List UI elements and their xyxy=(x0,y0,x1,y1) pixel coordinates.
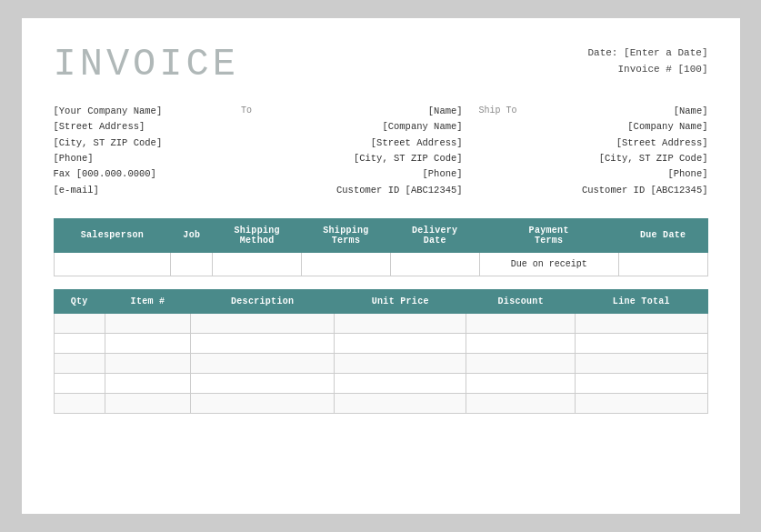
td-item-4[interactable] xyxy=(105,393,190,413)
ship-company: [Company Name] xyxy=(520,119,707,135)
from-street: [Street Address] xyxy=(54,119,241,135)
to-company: [Company Name] xyxy=(275,119,462,135)
td-shipping-method[interactable] xyxy=(213,252,302,276)
td-desc-1[interactable] xyxy=(191,333,335,353)
td-desc-0[interactable] xyxy=(191,313,335,333)
table-row xyxy=(54,313,707,333)
td-line_total-0[interactable] xyxy=(576,313,707,333)
th-line-total: Line Total xyxy=(576,289,707,313)
td-due-date[interactable] xyxy=(618,252,707,276)
td-desc-2[interactable] xyxy=(191,353,335,373)
from-phone: [Phone] xyxy=(54,151,241,166)
th-qty: Qty xyxy=(54,289,105,313)
td-unit_price-0[interactable] xyxy=(335,313,466,333)
to-phone: [Phone] xyxy=(275,166,462,182)
td-discount-2[interactable] xyxy=(466,353,576,373)
to-customer-id: Customer ID [ABC12345] xyxy=(275,183,462,198)
from-email: [e-mail] xyxy=(54,183,241,198)
td-desc-3[interactable] xyxy=(191,373,335,393)
th-shipping-method: ShippingMethod xyxy=(213,218,302,252)
th-shipping-terms: ShippingTerms xyxy=(302,218,391,252)
td-item-0[interactable] xyxy=(105,313,190,333)
to-name: [Name] xyxy=(275,104,462,119)
invoice-title: INVOICE xyxy=(54,45,239,84)
th-payment-terms: PaymentTerms xyxy=(479,218,618,252)
to-label: To xyxy=(241,104,252,119)
header: INVOICE Date: [Enter a Date] Invoice # [… xyxy=(54,45,708,84)
td-unit_price-4[interactable] xyxy=(335,393,466,413)
td-delivery-date[interactable] xyxy=(390,252,479,276)
th-delivery-date: DeliveryDate xyxy=(390,218,479,252)
td-discount-3[interactable] xyxy=(466,373,576,393)
from-city: [City, ST ZIP Code] xyxy=(54,136,241,151)
td-payment-terms[interactable]: Due on receipt xyxy=(479,252,618,276)
th-description: Description xyxy=(191,289,335,313)
table-row xyxy=(54,393,707,413)
items-table-section: Qty Item # Description Unit Price Discou… xyxy=(54,289,708,414)
th-job: Job xyxy=(171,218,213,252)
to-address: [Name] [Company Name] [Street Address] [… xyxy=(275,104,462,198)
invoice-page: INVOICE Date: [Enter a Date] Invoice # [… xyxy=(22,18,740,514)
th-salesperson: Salesperson xyxy=(54,218,171,252)
ship-city: [City, ST ZIP Code] xyxy=(520,151,707,166)
order-table-section: Salesperson Job ShippingMethod ShippingT… xyxy=(54,218,708,276)
ship-phone: [Phone] xyxy=(520,166,707,182)
table-row xyxy=(54,373,707,393)
th-discount: Discount xyxy=(466,289,576,313)
td-line_total-3[interactable] xyxy=(576,373,707,393)
td-discount-4[interactable] xyxy=(466,393,576,413)
to-city: [City, ST ZIP Code] xyxy=(275,151,462,166)
items-table: Qty Item # Description Unit Price Discou… xyxy=(54,289,708,414)
date-label: Date: [Enter a Date] xyxy=(587,45,707,62)
td-qty-3[interactable] xyxy=(54,373,105,393)
td-unit_price-2[interactable] xyxy=(335,353,466,373)
ship-address: [Name] [Company Name] [Street Address] [… xyxy=(520,104,707,198)
to-street: [Street Address] xyxy=(275,136,462,151)
td-discount-1[interactable] xyxy=(466,333,576,353)
td-qty-0[interactable] xyxy=(54,313,105,333)
table-row xyxy=(54,353,707,373)
td-discount-0[interactable] xyxy=(466,313,576,333)
td-item-1[interactable] xyxy=(105,333,190,353)
order-table: Salesperson Job ShippingMethod ShippingT… xyxy=(54,218,708,276)
td-qty-2[interactable] xyxy=(54,353,105,373)
address-section: [Your Company Name] [Street Address] [Ci… xyxy=(54,104,708,198)
td-item-2[interactable] xyxy=(105,353,190,373)
td-shipping-terms[interactable] xyxy=(302,252,391,276)
th-due-date: Due Date xyxy=(618,218,707,252)
td-unit_price-3[interactable] xyxy=(335,373,466,393)
td-item-3[interactable] xyxy=(105,373,190,393)
invoice-num: Invoice # [100] xyxy=(587,62,707,78)
table-row xyxy=(54,333,707,353)
td-unit_price-1[interactable] xyxy=(335,333,466,353)
ship-street: [Street Address] xyxy=(520,136,707,151)
td-line_total-4[interactable] xyxy=(576,393,707,413)
td-job[interactable] xyxy=(171,252,213,276)
ship-label: Ship To xyxy=(479,104,517,119)
th-unit-price: Unit Price xyxy=(335,289,466,313)
from-address: [Your Company Name] [Street Address] [Ci… xyxy=(54,104,241,198)
ship-name: [Name] xyxy=(520,104,707,119)
th-item: Item # xyxy=(105,289,190,313)
td-line_total-2[interactable] xyxy=(576,353,707,373)
td-qty-4[interactable] xyxy=(54,393,105,413)
td-desc-4[interactable] xyxy=(191,393,335,413)
from-company: [Your Company Name] xyxy=(54,104,241,119)
ship-customer-id: Customer ID [ABC12345] xyxy=(520,183,707,198)
td-qty-1[interactable] xyxy=(54,333,105,353)
td-line_total-1[interactable] xyxy=(576,333,707,353)
from-fax: Fax [000.000.0000] xyxy=(54,166,241,182)
td-salesperson[interactable] xyxy=(54,252,171,276)
header-right: Date: [Enter a Date] Invoice # [100] xyxy=(587,45,707,77)
